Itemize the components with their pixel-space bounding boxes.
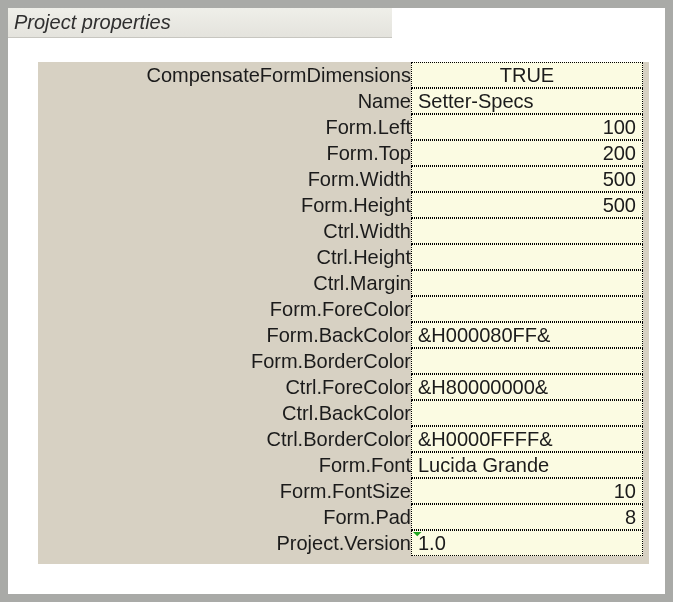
property-row: Form.FontLucida Grande (44, 452, 643, 478)
property-row: Form.BackColor&H000080FF& (44, 322, 643, 348)
property-value-text: 200 (603, 142, 636, 165)
property-label: Form.Pad (44, 504, 411, 530)
property-label: Form.Top (44, 140, 411, 166)
property-row: Project.Version1.0 (44, 530, 643, 556)
property-label: Form.Width (44, 166, 411, 192)
property-value-text: 500 (603, 168, 636, 191)
property-row: Form.Height500 (44, 192, 643, 218)
property-value-text: 1.0 (418, 532, 446, 555)
property-label: Ctrl.ForeColor (44, 374, 411, 400)
property-row: Ctrl.BorderColor&H0000FFFF& (44, 426, 643, 452)
property-label: Form.Left (44, 114, 411, 140)
window-frame: Project properties CompensateFormDimensi… (0, 0, 673, 602)
property-value-text: Setter-Specs (418, 90, 534, 113)
property-value-text: 500 (603, 194, 636, 217)
property-value-text: &H80000000& (418, 376, 548, 399)
property-row: Ctrl.Margin (44, 270, 643, 296)
property-label: Form.Font (44, 452, 411, 478)
property-value-text: 100 (603, 116, 636, 139)
property-label: Ctrl.Width (44, 218, 411, 244)
property-row: Form.Pad8 (44, 504, 643, 530)
property-label: Ctrl.Height (44, 244, 411, 270)
property-value[interactable] (411, 218, 643, 244)
property-row: NameSetter-Specs (44, 88, 643, 114)
property-row: Ctrl.Height (44, 244, 643, 270)
property-label: Name (44, 88, 411, 114)
property-value[interactable]: 8 (411, 504, 643, 530)
property-label: Form.BorderColor (44, 348, 411, 374)
property-value-text: Lucida Grande (418, 454, 549, 477)
property-row: Form.ForeColor (44, 296, 643, 322)
project-properties-tab[interactable]: Project properties (8, 8, 392, 38)
property-value[interactable]: &H000080FF& (411, 322, 643, 348)
property-label: Ctrl.BackColor (44, 400, 411, 426)
property-row: Form.BorderColor (44, 348, 643, 374)
property-grid: CompensateFormDimensionsTRUENameSetter-S… (38, 62, 649, 564)
property-value[interactable] (411, 348, 643, 374)
property-label: Form.Height (44, 192, 411, 218)
panel: Project properties CompensateFormDimensi… (8, 8, 665, 594)
property-label: Ctrl.Margin (44, 270, 411, 296)
property-row: CompensateFormDimensionsTRUE (44, 62, 643, 88)
property-row: Ctrl.BackColor (44, 400, 643, 426)
property-value[interactable] (411, 296, 643, 322)
property-label: Form.FontSize (44, 478, 411, 504)
property-value[interactable]: &H80000000& (411, 374, 643, 400)
property-value[interactable]: &H0000FFFF& (411, 426, 643, 452)
property-value[interactable]: 500 (411, 192, 643, 218)
property-table: CompensateFormDimensionsTRUENameSetter-S… (44, 62, 643, 556)
tab-title: Project properties (14, 11, 171, 34)
property-value[interactable]: Setter-Specs (411, 88, 643, 114)
property-row: Form.FontSize10 (44, 478, 643, 504)
property-value[interactable] (411, 270, 643, 296)
property-label: Form.BackColor (44, 322, 411, 348)
property-value[interactable]: Lucida Grande (411, 452, 643, 478)
property-value-text: 8 (625, 506, 636, 529)
property-value[interactable]: TRUE (411, 62, 643, 88)
property-value[interactable] (411, 244, 643, 270)
property-value[interactable] (411, 400, 643, 426)
property-value[interactable]: 100 (411, 114, 643, 140)
property-value-text: 10 (614, 480, 636, 503)
property-label: Ctrl.BorderColor (44, 426, 411, 452)
property-value-text: TRUE (500, 64, 554, 87)
property-value[interactable]: 10 (411, 478, 643, 504)
property-value-text: &H0000FFFF& (418, 428, 552, 451)
property-row: Form.Left100 (44, 114, 643, 140)
property-value[interactable]: 1.0 (411, 530, 643, 556)
property-row: Form.Width500 (44, 166, 643, 192)
property-value[interactable]: 200 (411, 140, 643, 166)
property-value-text: &H000080FF& (418, 324, 550, 347)
property-value[interactable]: 500 (411, 166, 643, 192)
property-label: CompensateFormDimensions (44, 62, 411, 88)
property-row: Ctrl.Width (44, 218, 643, 244)
property-row: Ctrl.ForeColor&H80000000& (44, 374, 643, 400)
property-row: Form.Top200 (44, 140, 643, 166)
property-label: Project.Version (44, 530, 411, 556)
property-label: Form.ForeColor (44, 296, 411, 322)
